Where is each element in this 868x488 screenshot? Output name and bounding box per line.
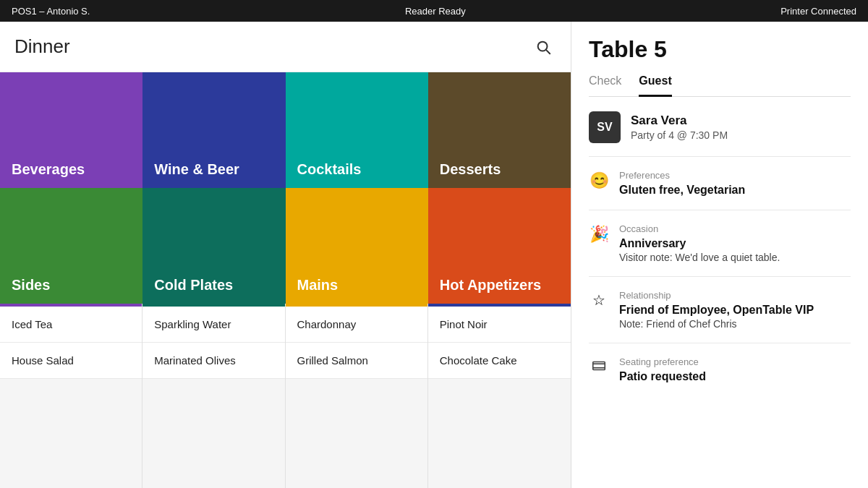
- status-center: Reader Ready: [405, 6, 466, 17]
- preferences-value: Gluten free, Vegetarian: [619, 184, 745, 197]
- preferences-row: 😊 Preferences Gluten free, Vegetarian: [589, 170, 851, 210]
- list-item[interactable]: House Salad: [0, 343, 142, 379]
- pos-header: Dinner: [0, 22, 571, 72]
- tab-check[interactable]: Check: [589, 74, 621, 97]
- main-layout: Dinner BeveragesWine & BeerCocktailsDess…: [0, 22, 868, 488]
- item-col-0: Iced TeaHouse Salad: [0, 304, 142, 488]
- category-grid: BeveragesWine & BeerCocktailsDessertsSid…: [0, 72, 571, 304]
- seating-label: Seating preference: [619, 356, 706, 367]
- preferences-label: Preferences: [619, 170, 745, 181]
- relationship-value: Friend of Employee, OpenTable VIP: [619, 304, 814, 317]
- list-item[interactable]: Sparkling Water: [142, 307, 284, 343]
- relationship-label: Relationship: [619, 290, 814, 301]
- category-cocktails[interactable]: Cocktails: [286, 72, 428, 188]
- search-button[interactable]: [530, 34, 556, 60]
- status-left: POS1 – Antonio S.: [12, 6, 90, 17]
- pos-panel: Dinner BeveragesWine & BeerCocktailsDess…: [0, 22, 571, 488]
- seating-row: Seating preference Patio requested: [589, 356, 851, 396]
- status-bar: POS1 – Antonio S. Reader Ready Printer C…: [0, 0, 868, 22]
- seating-value: Patio requested: [619, 370, 706, 383]
- list-item[interactable]: Chocolate Cake: [428, 343, 571, 379]
- item-col-1: Sparkling WaterMarinated Olives: [142, 304, 285, 488]
- occasion-value: Anniversary: [619, 237, 780, 250]
- occasion-row: 🎉 Occasion Anniversary Visitor note: We'…: [589, 223, 851, 277]
- table-title: Table 5: [589, 36, 851, 63]
- guest-party: Party of 4 @ 7:30 PM: [631, 129, 728, 141]
- relationship-note: Note: Friend of Chef Chris: [619, 318, 814, 330]
- list-item[interactable]: Pinot Noir: [428, 307, 571, 343]
- relationship-icon: ☆: [589, 291, 609, 330]
- list-item[interactable]: Marinated Olives: [142, 343, 284, 379]
- category-mains[interactable]: Mains: [286, 188, 428, 304]
- item-col-3: Pinot NoirChocolate Cake: [428, 304, 571, 488]
- category-desserts[interactable]: Desserts: [428, 72, 571, 188]
- occasion-label: Occasion: [619, 223, 780, 234]
- item-col-2: ChardonnayGrilled Salmon: [286, 304, 428, 488]
- tabs: CheckGuest: [589, 74, 851, 97]
- guest-details: Sara Vera Party of 4 @ 7:30 PM: [631, 114, 728, 141]
- tab-guest[interactable]: Guest: [639, 74, 671, 97]
- seating-icon: [589, 358, 609, 383]
- category-hot-appetizers[interactable]: Hot Appetizers: [428, 188, 571, 304]
- list-item[interactable]: Grilled Salmon: [286, 343, 427, 379]
- avatar: SV: [589, 111, 621, 143]
- category-cold-plates[interactable]: Cold Plates: [142, 188, 285, 304]
- category-beverages[interactable]: Beverages: [0, 72, 142, 188]
- guest-info: SV Sara Vera Party of 4 @ 7:30 PM: [589, 111, 851, 157]
- category-wine-beer[interactable]: Wine & Beer: [142, 72, 285, 188]
- page-title: Dinner: [14, 35, 70, 58]
- items-grid: Iced TeaHouse SaladSparkling WaterMarina…: [0, 304, 571, 488]
- status-right: Printer Connected: [780, 6, 856, 17]
- occasion-note: Visitor note: We'd love a quiet table.: [619, 252, 780, 263]
- list-item[interactable]: Chardonnay: [286, 307, 427, 343]
- category-sides[interactable]: Sides: [0, 188, 142, 304]
- svg-rect-2: [593, 362, 605, 370]
- list-item[interactable]: Iced Tea: [0, 307, 142, 343]
- preferences-icon: 😊: [589, 171, 609, 197]
- relationship-row: ☆ Relationship Friend of Employee, OpenT…: [589, 290, 851, 343]
- svg-line-1: [546, 50, 550, 53]
- items-area: Iced TeaHouse SaladSparkling WaterMarina…: [0, 304, 571, 488]
- occasion-icon: 🎉: [589, 225, 609, 263]
- guest-name: Sara Vera: [631, 114, 728, 128]
- guest-panel: Table 5 CheckGuest SV Sara Vera Party of…: [571, 22, 868, 488]
